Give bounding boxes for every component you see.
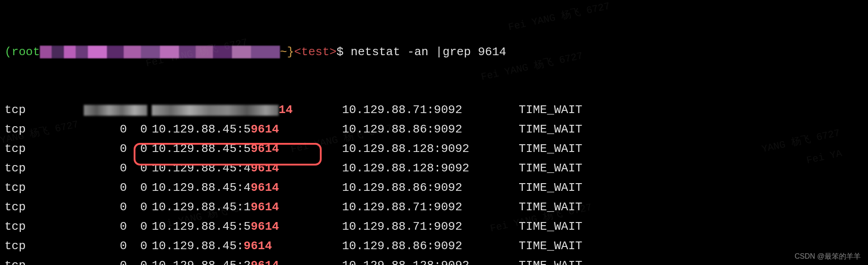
state-cell: TIME_WAIT — [519, 198, 582, 217]
local-addr-cell: 14 — [152, 100, 342, 120]
foreign-addr-cell: 10.129.88.71:9092 — [342, 217, 519, 237]
output-rows: tcp1410.129.88.71:9092TIME_WAITtcp0010.1… — [5, 100, 863, 265]
grep-match: 9614 — [251, 142, 279, 156]
table-row: tcp0010.129.88.45:4961410.129.88.128:909… — [5, 159, 863, 178]
local-addr-cell: 10.129.88.45:59614 — [152, 120, 342, 139]
foreign-addr-cell: 10.129.88.86:9092 — [342, 120, 519, 139]
grep-match: 9614 — [244, 239, 272, 253]
grep-match: 9614 — [251, 181, 279, 194]
grep-match: 9614 — [251, 220, 279, 233]
recv-cell: 0 — [84, 159, 127, 178]
table-row: tcp1410.129.88.71:9092TIME_WAIT — [5, 100, 863, 120]
redacted-value — [84, 105, 147, 116]
local-addr-prefix: 10.129.88.45:5 — [152, 142, 251, 156]
attribution-text: CSDN @最笨的羊羊 — [795, 251, 861, 262]
foreign-addr-cell: 10.129.88.128:9092 — [342, 159, 519, 178]
recv-cell — [84, 100, 127, 120]
proto-cell: tcp — [5, 120, 84, 139]
recv-cell: 0 — [84, 139, 127, 159]
recv-cell: 0 — [84, 256, 127, 265]
command-text[interactable]: netstat -an |grep 9614 — [351, 43, 506, 62]
proto-cell: tcp — [5, 100, 84, 120]
state-cell: TIME_WAIT — [519, 256, 582, 265]
local-addr-prefix: 10.129.88.45:4 — [152, 161, 251, 175]
prompt-symbol: $ — [337, 43, 351, 62]
prompt-line: (root ~} <test> $ netstat -an |grep 9614 — [5, 43, 863, 62]
prompt-path: ~} — [280, 43, 294, 62]
local-addr-cell: 10.129.88.45:59614 — [152, 139, 342, 159]
grep-match: 9614 — [251, 161, 279, 175]
redacted-hostname — [40, 46, 280, 58]
proto-cell: tcp — [5, 256, 84, 265]
grep-match: 9614 — [251, 200, 279, 214]
local-addr-prefix: 10.129.88.45:1 — [152, 200, 251, 214]
local-addr-prefix: 10.129.88.45: — [152, 239, 244, 253]
table-row: tcp0010.129.88.45:1961410.129.88.71:9092… — [5, 198, 863, 217]
table-row: tcp0010.129.88.45:4961410.129.88.86:9092… — [5, 178, 863, 198]
table-row: tcp0010.129.88.45:5961410.129.88.128:909… — [5, 139, 863, 159]
state-cell: TIME_WAIT — [519, 237, 582, 256]
local-addr-cell: 10.129.88.45:49614 — [152, 178, 342, 198]
recv-cell: 0 — [84, 198, 127, 217]
prompt-user: (root — [5, 43, 40, 62]
table-row: tcp0010.129.88.45:2961410.129.88.128:909… — [5, 256, 863, 265]
proto-cell: tcp — [5, 178, 84, 198]
local-addr-cell: 10.129.88.45:9614 — [152, 237, 342, 256]
table-row: tcp0010.129.88.45:5961410.129.88.86:9092… — [5, 120, 863, 139]
local-addr-prefix: 10.129.88.45:5 — [152, 123, 251, 136]
send-cell: 0 — [127, 198, 152, 217]
local-addr-prefix: 10.129.88.45:5 — [152, 220, 251, 233]
foreign-addr-cell: 10.129.88.71:9092 — [342, 100, 519, 120]
proto-cell: tcp — [5, 237, 84, 256]
state-cell: TIME_WAIT — [519, 139, 582, 159]
send-cell: 0 — [127, 120, 152, 139]
send-cell: 0 — [127, 139, 152, 159]
foreign-addr-cell: 10.129.88.86:9092 — [342, 237, 519, 256]
state-cell: TIME_WAIT — [519, 217, 582, 237]
table-row: tcp0010.129.88.45:5961410.129.88.71:9092… — [5, 217, 863, 237]
send-cell: 0 — [127, 178, 152, 198]
proto-cell: tcp — [5, 139, 84, 159]
redacted-value — [152, 105, 279, 116]
local-addr-prefix: 10.129.88.45:4 — [152, 181, 251, 194]
foreign-addr-cell: 10.129.88.86:9092 — [342, 178, 519, 198]
state-cell: TIME_WAIT — [519, 120, 582, 139]
local-addr-cell: 10.129.88.45:49614 — [152, 159, 342, 178]
recv-cell: 0 — [84, 237, 127, 256]
recv-cell: 0 — [84, 120, 127, 139]
send-cell: 0 — [127, 237, 152, 256]
state-cell: TIME_WAIT — [519, 178, 582, 198]
prompt-env: <test> — [294, 43, 337, 62]
grep-match: 9614 — [251, 259, 279, 265]
recv-cell: 0 — [84, 217, 127, 237]
send-cell: 0 — [127, 256, 152, 265]
grep-match: 9614 — [251, 123, 279, 136]
state-cell: TIME_WAIT — [519, 100, 582, 120]
proto-cell: tcp — [5, 217, 84, 237]
proto-cell: tcp — [5, 198, 84, 217]
local-addr-cell: 10.129.88.45:19614 — [152, 198, 342, 217]
foreign-addr-cell: 10.129.88.128:9092 — [342, 139, 519, 159]
send-cell: 0 — [127, 159, 152, 178]
grep-match: 14 — [279, 103, 293, 117]
table-row: tcp0010.129.88.45:961410.129.88.86:9092T… — [5, 237, 863, 256]
send-cell: 0 — [127, 217, 152, 237]
proto-cell: tcp — [5, 159, 84, 178]
recv-cell: 0 — [84, 178, 127, 198]
local-addr-cell: 10.129.88.45:29614 — [152, 256, 342, 265]
local-addr-prefix: 10.129.88.45:2 — [152, 259, 251, 265]
terminal-output: (root ~} <test> $ netstat -an |grep 9614… — [0, 0, 868, 265]
state-cell: TIME_WAIT — [519, 159, 582, 178]
foreign-addr-cell: 10.129.88.128:9092 — [342, 256, 519, 265]
foreign-addr-cell: 10.129.88.71:9092 — [342, 198, 519, 217]
local-addr-cell: 10.129.88.45:59614 — [152, 217, 342, 237]
